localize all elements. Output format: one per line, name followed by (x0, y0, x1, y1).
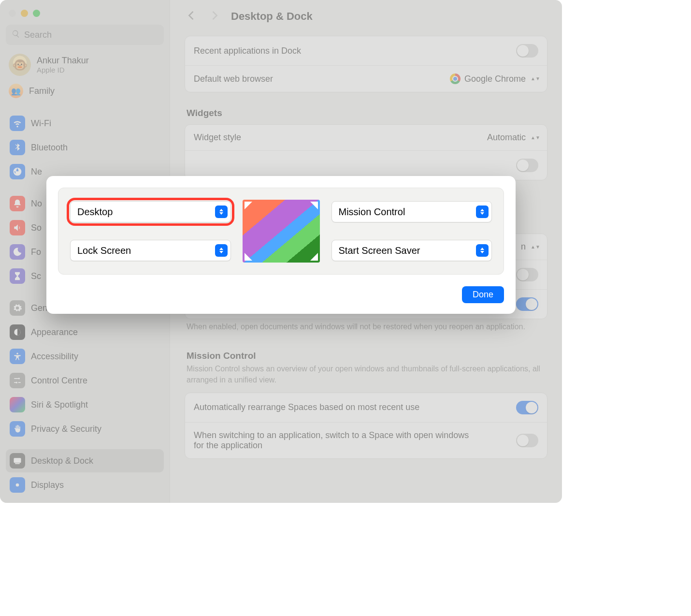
done-button[interactable]: Done (462, 286, 504, 303)
hot-corner-bottom-right-select[interactable]: Start Screen Saver (331, 240, 492, 261)
hot-corner-top-left-select[interactable]: Desktop (70, 201, 231, 222)
chevron-up-down-icon (476, 244, 489, 257)
corner-indicator-icon (310, 202, 318, 209)
select-value: Desktop (77, 206, 113, 218)
select-value: Lock Screen (77, 245, 131, 256)
select-value: Start Screen Saver (339, 245, 420, 256)
hot-corners-preview (243, 200, 320, 263)
chevron-up-down-icon (215, 244, 228, 257)
chevron-up-down-icon (215, 205, 228, 218)
system-settings-window: 🐵 Ankur Thakur Apple ID 👥 Family Wi-Fi B… (0, 0, 562, 503)
corner-indicator-icon (245, 202, 252, 209)
hot-corner-bottom-left-select[interactable]: Lock Screen (70, 240, 231, 261)
hot-corners-modal: Desktop Mission Control Lock Screen (46, 176, 516, 314)
hot-corner-top-right-select[interactable]: Mission Control (331, 201, 492, 222)
corner-indicator-icon (245, 253, 252, 261)
hot-corners-panel: Desktop Mission Control Lock Screen (58, 188, 504, 275)
corner-indicator-icon (310, 253, 318, 261)
chevron-up-down-icon (476, 205, 489, 218)
select-value: Mission Control (339, 206, 405, 218)
